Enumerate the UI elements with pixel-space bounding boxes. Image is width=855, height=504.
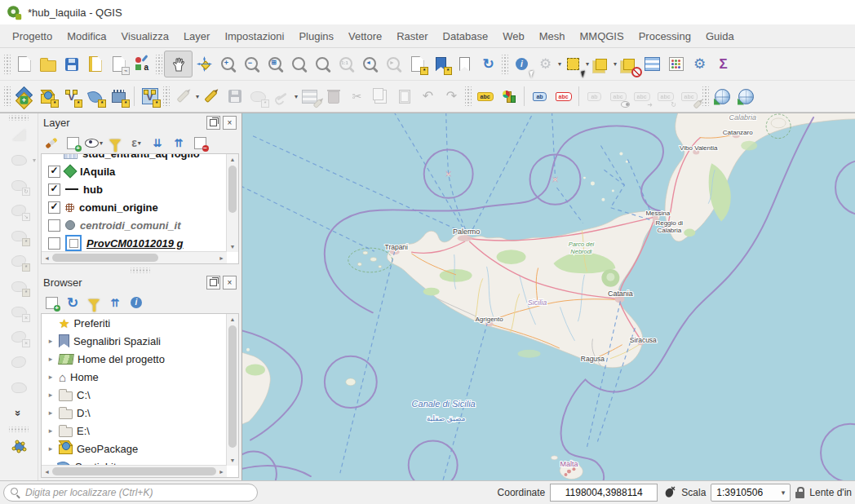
layer-row[interactable]: ProvCM01012019 g bbox=[42, 234, 226, 252]
scroll-left-icon[interactable]: ◄ bbox=[42, 253, 52, 263]
filter-by-expression-button[interactable]: ε▾ bbox=[126, 134, 146, 152]
layer-row[interactable]: ✓ hub bbox=[42, 180, 226, 198]
menu-modifica[interactable]: Modifica bbox=[60, 27, 113, 46]
toolbar-handle[interactable] bbox=[4, 55, 11, 74]
paste-features-button[interactable] bbox=[392, 85, 416, 108]
menu-layer[interactable]: Layer bbox=[176, 27, 218, 46]
vertex-tool-button[interactable] bbox=[7, 435, 31, 458]
layer-checkbox[interactable] bbox=[48, 219, 60, 232]
new-mesh-layer-button[interactable]: V* bbox=[138, 85, 162, 108]
layer-row[interactable]: stud_entranti_aq foglio bbox=[42, 154, 226, 162]
add-group-button[interactable]: + bbox=[63, 134, 82, 152]
toolbar-handle[interactable] bbox=[156, 55, 162, 74]
expand-arrow-icon[interactable]: ▸ bbox=[47, 444, 55, 453]
manage-map-themes-button[interactable]: ▾ bbox=[84, 134, 104, 152]
filter-browser-button[interactable] bbox=[84, 294, 104, 312]
properties-button[interactable]: i bbox=[126, 294, 146, 312]
split-features-button[interactable]: * bbox=[7, 250, 31, 272]
digitize-shape-button[interactable]: * bbox=[246, 85, 270, 108]
identify-features-button[interactable]: i bbox=[510, 52, 534, 76]
menu-database[interactable]: Database bbox=[436, 27, 496, 46]
toolbar-handle[interactable] bbox=[702, 86, 709, 106]
browser-item-drive-c[interactable]: ▸ C:\ bbox=[42, 386, 226, 404]
scale-feature-button[interactable]: ↘ bbox=[7, 199, 31, 222]
cut-features-button[interactable]: ✂ bbox=[345, 85, 369, 108]
web-globe-button-2[interactable] bbox=[734, 85, 758, 108]
expand-arrow-icon[interactable]: ▸ bbox=[47, 427, 55, 435]
float-panel-button[interactable] bbox=[206, 276, 220, 290]
processing-toolbox-button[interactable]: ⚙ bbox=[688, 52, 711, 76]
browser-item-drive-d[interactable]: ▸ D:\ bbox=[42, 404, 226, 422]
scroll-right-icon[interactable]: ► bbox=[216, 466, 227, 477]
menu-vettore[interactable]: Vettore bbox=[341, 27, 389, 46]
zoom-full-extent-button[interactable]: ⊞ bbox=[264, 52, 287, 76]
layout-manager-button[interactable]: ⌁ bbox=[107, 52, 131, 76]
toolbar-handle[interactable] bbox=[163, 86, 170, 106]
expand-arrow-icon[interactable]: ▸ bbox=[47, 409, 55, 417]
browser-item-drive-e[interactable]: ▸ E:\ bbox=[42, 422, 226, 440]
select-features-button[interactable] bbox=[561, 52, 585, 76]
layer-checkbox[interactable] bbox=[48, 237, 60, 250]
pan-to-selection-button[interactable] bbox=[193, 52, 216, 76]
new-spatial-bookmark-button[interactable]: * bbox=[429, 52, 453, 76]
expand-arrow-icon[interactable]: ▸ bbox=[47, 391, 55, 399]
delete-selected-button[interactable] bbox=[321, 85, 345, 108]
new-scratch-layer-button[interactable]: * bbox=[83, 85, 107, 108]
toolbar-overflow-button[interactable]: » bbox=[7, 401, 31, 424]
toggle-editing-button[interactable] bbox=[199, 85, 223, 108]
expand-arrow-icon[interactable]: ▸ bbox=[47, 355, 55, 363]
modify-attributes-button[interactable] bbox=[298, 85, 321, 108]
new-geopackage-layer-button[interactable]: * bbox=[36, 85, 60, 108]
menu-web[interactable]: Web bbox=[495, 27, 532, 46]
toolbar-handle[interactable] bbox=[9, 115, 29, 121]
collapse-all-browser-button[interactable]: ⇈ bbox=[105, 294, 125, 312]
run-feature-action-button[interactable]: ⚙ bbox=[534, 52, 557, 76]
close-panel-button[interactable]: × bbox=[223, 116, 237, 130]
coordinate-input[interactable]: 1198004,3988114 bbox=[550, 484, 658, 502]
collapse-all-button[interactable]: ⇈ bbox=[169, 134, 188, 152]
menu-raster[interactable]: Raster bbox=[389, 27, 435, 46]
locator-search-input[interactable]: Digita per localizzare (Ctrl+K) bbox=[3, 484, 258, 502]
browser-item-geopackage[interactable]: ▸ GeoPackage bbox=[42, 440, 226, 458]
menu-mmqgis[interactable]: MMQGIS bbox=[572, 27, 631, 46]
save-layer-edits-button[interactable] bbox=[223, 85, 246, 108]
scroll-left-icon[interactable]: ◄ bbox=[42, 466, 52, 477]
float-panel-button[interactable] bbox=[206, 116, 220, 130]
field-calculator-button[interactable] bbox=[664, 52, 688, 76]
change-label-button[interactable]: abc bbox=[677, 85, 701, 108]
expand-arrow-icon[interactable]: ▸ bbox=[47, 337, 55, 345]
scroll-down-icon[interactable]: ▼ bbox=[228, 455, 238, 466]
show-spatial-bookmarks-button[interactable] bbox=[453, 52, 476, 76]
add-selected-layers-button[interactable]: + bbox=[42, 294, 61, 312]
move-label-button[interactable]: abc➜ bbox=[630, 85, 653, 108]
statistical-summary-button[interactable]: Σ bbox=[711, 52, 735, 76]
zoom-to-selection-button[interactable] bbox=[287, 52, 311, 76]
fill-ring-button[interactable] bbox=[7, 351, 31, 374]
select-by-value-button[interactable] bbox=[589, 52, 613, 76]
browser-item-preferiti[interactable]: ★ Preferiti bbox=[42, 314, 226, 332]
rotate-label-button[interactable]: abc↻ bbox=[653, 85, 677, 108]
split-parts-button[interactable]: * bbox=[7, 275, 31, 298]
delete-ring-button[interactable]: × bbox=[7, 325, 31, 348]
layer-checkbox[interactable]: ✓ bbox=[48, 183, 60, 196]
expand-arrow-icon[interactable]: ▸ bbox=[47, 373, 55, 381]
copy-features-button[interactable] bbox=[369, 85, 392, 108]
remove-layer-button[interactable]: − bbox=[190, 134, 210, 152]
layer-labeling-button[interactable]: abc bbox=[473, 85, 497, 108]
browser-item-segnalibri[interactable]: ▸ Segnalibri Spaziali bbox=[42, 332, 226, 350]
filter-legend-button[interactable] bbox=[105, 134, 125, 152]
save-project-button[interactable] bbox=[60, 52, 83, 76]
redo-button[interactable]: ↷ bbox=[440, 85, 463, 108]
web-globe-button-1[interactable] bbox=[711, 85, 734, 108]
layer-row[interactable]: ✓ comuni_origine bbox=[42, 198, 226, 216]
undo-button[interactable]: ↶ bbox=[416, 85, 440, 108]
pin-labels-button[interactable]: ab bbox=[528, 85, 552, 108]
pan-map-button[interactable] bbox=[164, 51, 193, 77]
scroll-right-icon[interactable]: ► bbox=[216, 253, 227, 263]
refresh-map-button[interactable]: ↻ bbox=[476, 52, 500, 76]
zoom-to-layer-button[interactable] bbox=[311, 52, 334, 76]
browser-vscrollbar[interactable]: ▲ ▼ bbox=[226, 314, 238, 466]
layer-list-hscrollbar[interactable]: ◄ ► bbox=[42, 251, 227, 263]
new-shapefile-layer-button[interactable]: V* bbox=[60, 85, 83, 108]
menu-mesh[interactable]: Mesh bbox=[532, 27, 573, 46]
